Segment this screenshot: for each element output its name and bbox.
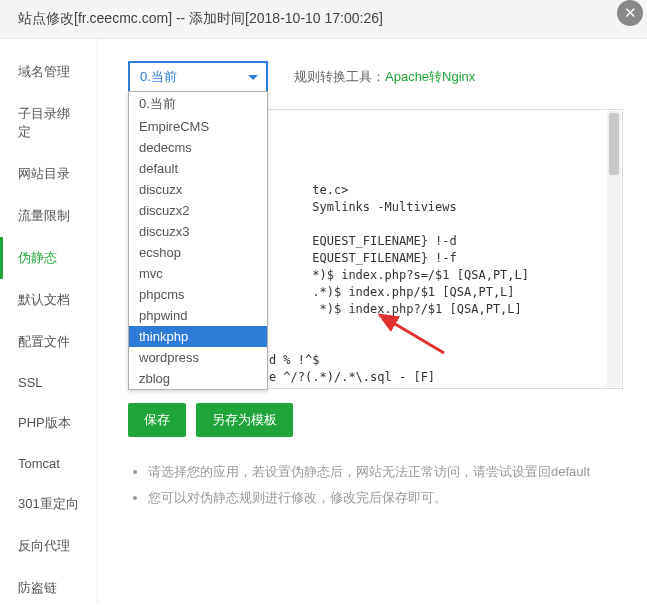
dropdown-item[interactable]: ecshop (129, 242, 267, 263)
dialog-title: 站点修改[fr.ceecmc.com] -- 添加时间[2018-10-10 1… (18, 10, 383, 28)
close-icon: ✕ (624, 4, 637, 22)
dropdown-item[interactable]: mvc (129, 263, 267, 284)
sidebar-item[interactable]: 伪静态 (0, 237, 97, 279)
dropdown-item[interactable]: thinkphp (129, 326, 267, 347)
dropdown-item[interactable]: discuzx (129, 179, 267, 200)
dropdown-item[interactable]: discuzx3 (129, 221, 267, 242)
button-row: 保存 另存为模板 (128, 403, 623, 437)
converter-link[interactable]: Apache转Nginx (385, 69, 475, 84)
sidebar-item[interactable]: 防盗链 (0, 567, 97, 605)
converter-area: 规则转换工具：Apache转Nginx (294, 68, 475, 86)
editor-scrollbar[interactable] (607, 111, 621, 387)
dropdown-item[interactable]: phpwind (129, 305, 267, 326)
container: 域名管理子目录绑定网站目录流量限制伪静态默认文档配置文件SSLPHP版本Tomc… (0, 39, 647, 604)
sidebar-item[interactable]: 默认文档 (0, 279, 97, 321)
close-button[interactable]: ✕ (617, 0, 643, 26)
sidebar-item[interactable]: 301重定向 (0, 483, 97, 525)
sidebar-item[interactable]: 配置文件 (0, 321, 97, 363)
sidebar-item[interactable]: 网站目录 (0, 153, 97, 195)
converter-label: 规则转换工具： (294, 69, 385, 84)
dropdown-item[interactable]: discuzx2 (129, 200, 267, 221)
sidebar: 域名管理子目录绑定网站目录流量限制伪静态默认文档配置文件SSLPHP版本Tomc… (0, 39, 98, 604)
dropdown-item[interactable]: zblog (129, 368, 267, 389)
hint-item: 请选择您的应用，若设置伪静态后，网站无法正常访问，请尝试设置回default (148, 459, 623, 485)
dropdown-item[interactable]: dedecms (129, 137, 267, 158)
sidebar-item[interactable]: 域名管理 (0, 51, 97, 93)
hint-item: 您可以对伪静态规则进行修改，修改完后保存即可。 (148, 485, 623, 511)
top-row: 0.当前 0.当前EmpireCMSdedecmsdefaultdiscuzxd… (128, 61, 623, 93)
dropdown-item[interactable]: phpcms (129, 284, 267, 305)
dialog-header: 站点修改[fr.ceecmc.com] -- 添加时间[2018-10-10 1… (0, 0, 647, 39)
sidebar-item[interactable]: 反向代理 (0, 525, 97, 567)
main-panel: 0.当前 0.当前EmpireCMSdedecmsdefaultdiscuzxd… (98, 39, 647, 604)
sidebar-item[interactable]: 子目录绑定 (0, 93, 97, 153)
dropdown-item[interactable]: 0.当前 (129, 92, 267, 116)
hints-list: 请选择您的应用，若设置伪静态后，网站无法正常访问，请尝试设置回default您可… (128, 459, 623, 511)
save-as-template-button[interactable]: 另存为模板 (196, 403, 293, 437)
dropdown-item[interactable]: wordpress (129, 347, 267, 368)
dropdown-item[interactable]: default (129, 158, 267, 179)
sidebar-item[interactable]: SSL (0, 363, 97, 402)
select-current[interactable]: 0.当前 (128, 61, 268, 93)
sidebar-item[interactable]: 流量限制 (0, 195, 97, 237)
select-dropdown: 0.当前EmpireCMSdedecmsdefaultdiscuzxdiscuz… (128, 91, 268, 390)
template-select[interactable]: 0.当前 0.当前EmpireCMSdedecmsdefaultdiscuzxd… (128, 61, 268, 93)
save-button[interactable]: 保存 (128, 403, 186, 437)
sidebar-item[interactable]: PHP版本 (0, 402, 97, 444)
sidebar-item[interactable]: Tomcat (0, 444, 97, 483)
dropdown-item[interactable]: EmpireCMS (129, 116, 267, 137)
